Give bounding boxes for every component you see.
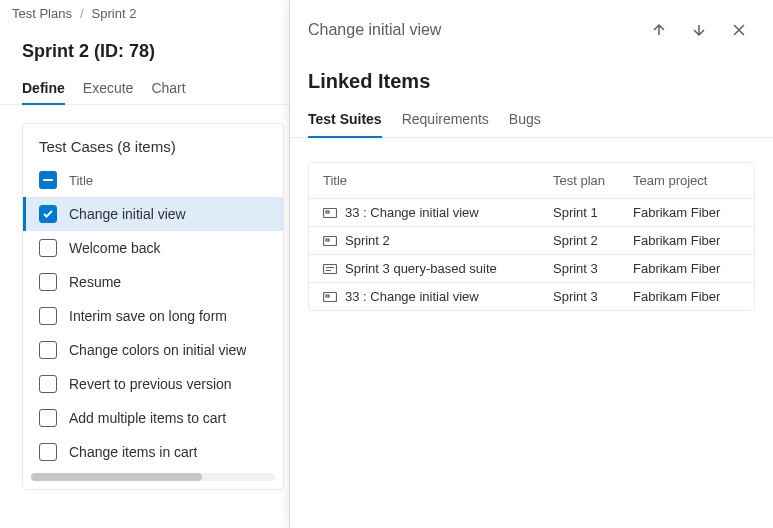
test-case-title: Interim save on long form (69, 308, 227, 324)
main-tabs: Define Execute Chart (0, 66, 289, 105)
test-cases-header: Test Cases (8 items) (23, 124, 283, 165)
test-case-row[interactable]: Change initial view (23, 197, 283, 231)
suite-icon (323, 291, 337, 303)
linked-item-title: Sprint 2 (345, 233, 390, 248)
linked-items-tabs: Test Suites Requirements Bugs (290, 101, 773, 138)
details-panel: Change initial view Linked Items Test Su… (290, 0, 773, 528)
page-title: Sprint 2 (ID: 78) (22, 41, 267, 62)
column-header-title[interactable]: Title (323, 173, 553, 188)
suite-icon (323, 235, 337, 247)
svg-rect-4 (326, 239, 329, 241)
linked-items-heading: Linked Items (290, 54, 773, 101)
horizontal-scrollbar[interactable] (31, 473, 275, 481)
test-case-title: Resume (69, 274, 121, 290)
tab-define[interactable]: Define (22, 74, 65, 104)
tab-test-suites[interactable]: Test Suites (308, 105, 382, 137)
test-case-row[interactable]: Interim save on long form (23, 299, 283, 333)
linked-item-row[interactable]: Sprint 2Sprint 2Fabrikam Fiber (309, 226, 754, 254)
tab-execute[interactable]: Execute (83, 74, 134, 104)
test-case-row[interactable]: Resume (23, 265, 283, 299)
linked-items-table: Title Test plan Team project 33 : Change… (308, 162, 755, 311)
linked-item-plan: Sprint 3 (553, 261, 633, 276)
test-case-checkbox[interactable] (39, 443, 57, 461)
test-case-row[interactable]: Welcome back (23, 231, 283, 265)
test-case-title: Change initial view (69, 206, 186, 222)
test-case-checkbox[interactable] (39, 341, 57, 359)
svg-rect-5 (324, 264, 337, 273)
move-down-button[interactable] (683, 14, 715, 46)
select-all-checkbox[interactable] (39, 171, 57, 189)
test-case-title: Change items in cart (69, 444, 197, 460)
svg-rect-0 (43, 179, 53, 181)
test-case-checkbox[interactable] (39, 375, 57, 393)
test-case-checkbox[interactable] (39, 205, 57, 223)
test-case-checkbox[interactable] (39, 239, 57, 257)
svg-rect-7 (326, 295, 329, 297)
tab-bugs[interactable]: Bugs (509, 105, 541, 137)
test-case-checkbox[interactable] (39, 273, 57, 291)
test-case-row[interactable]: Add multiple items to cart (23, 401, 283, 435)
linked-item-project: Fabrikam Fiber (633, 261, 740, 276)
svg-rect-2 (326, 211, 329, 213)
column-title-label: Title (69, 173, 93, 188)
linked-item-project: Fabrikam Fiber (633, 205, 740, 220)
linked-item-row[interactable]: 33 : Change initial viewSprint 3Fabrikam… (309, 282, 754, 310)
panel-title: Change initial view (308, 21, 643, 39)
breadcrumb-current[interactable]: Sprint 2 (92, 6, 137, 21)
linked-item-project: Fabrikam Fiber (633, 233, 740, 248)
column-header-test-plan[interactable]: Test plan (553, 173, 633, 188)
tab-requirements[interactable]: Requirements (402, 105, 489, 137)
suite-icon (323, 207, 337, 219)
linked-item-plan: Sprint 1 (553, 205, 633, 220)
breadcrumb: Test Plans / Sprint 2 (0, 0, 289, 27)
test-case-row[interactable]: Change items in cart (23, 435, 283, 469)
suite-icon (323, 263, 337, 275)
test-case-checkbox[interactable] (39, 307, 57, 325)
test-case-title: Change colors on initial view (69, 342, 246, 358)
test-case-title: Revert to previous version (69, 376, 232, 392)
test-case-title: Add multiple items to cart (69, 410, 226, 426)
linked-item-row[interactable]: 33 : Change initial viewSprint 1Fabrikam… (309, 198, 754, 226)
close-button[interactable] (723, 14, 755, 46)
linked-item-title: Sprint 3 query-based suite (345, 261, 497, 276)
test-cases-card: Test Cases (8 items) Title Change initia… (22, 123, 284, 490)
linked-item-plan: Sprint 3 (553, 289, 633, 304)
test-case-row[interactable]: Change colors on initial view (23, 333, 283, 367)
linked-item-title: 33 : Change initial view (345, 289, 479, 304)
move-up-button[interactable] (643, 14, 675, 46)
column-header-team-project[interactable]: Team project (633, 173, 740, 188)
linked-item-project: Fabrikam Fiber (633, 289, 740, 304)
test-case-title: Welcome back (69, 240, 161, 256)
linked-item-plan: Sprint 2 (553, 233, 633, 248)
breadcrumb-separator: / (80, 6, 84, 21)
test-case-checkbox[interactable] (39, 409, 57, 427)
linked-item-title: 33 : Change initial view (345, 205, 479, 220)
test-case-row[interactable]: Revert to previous version (23, 367, 283, 401)
breadcrumb-root[interactable]: Test Plans (12, 6, 72, 21)
linked-item-row[interactable]: Sprint 3 query-based suiteSprint 3Fabrik… (309, 254, 754, 282)
tab-chart[interactable]: Chart (151, 74, 185, 104)
